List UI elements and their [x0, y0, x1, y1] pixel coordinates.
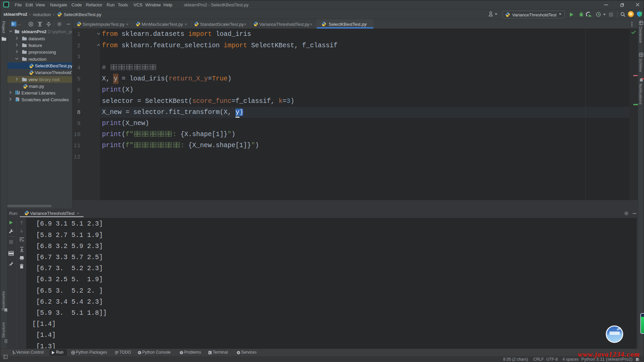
- svg-text:P: P: [22, 239, 24, 242]
